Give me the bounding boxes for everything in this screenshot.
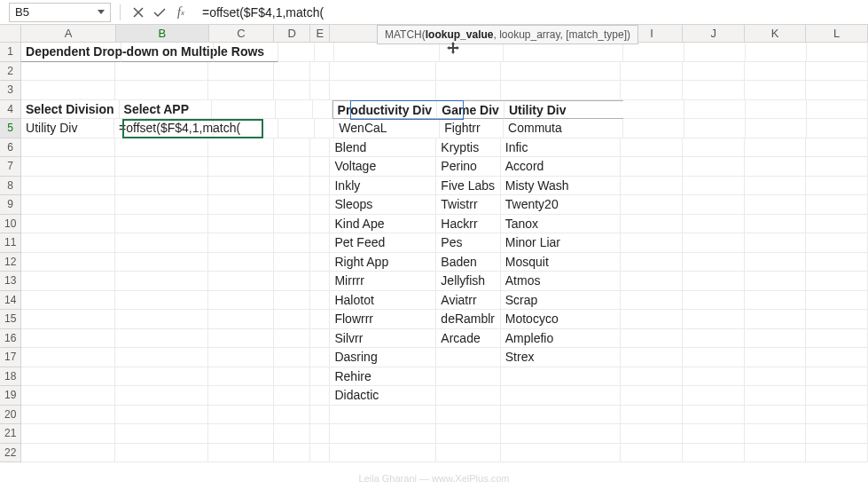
cell[interactable] — [274, 386, 311, 406]
cell[interactable] — [208, 424, 273, 444]
cell[interactable] — [684, 119, 746, 138]
col-header-D[interactable]: D — [274, 25, 310, 42]
cell[interactable] — [115, 348, 208, 367]
cancel-button[interactable] — [128, 3, 149, 22]
cell[interactable] — [683, 329, 745, 349]
cell[interactable]: Select APP — [120, 100, 212, 120]
cell[interactable] — [683, 215, 745, 234]
cell[interactable] — [621, 406, 683, 425]
cell[interactable] — [208, 386, 273, 406]
cell[interactable] — [745, 272, 807, 291]
cell[interactable] — [274, 62, 311, 82]
cell[interactable] — [806, 329, 868, 349]
row-header-5[interactable]: 5 — [0, 119, 21, 138]
cell[interactable] — [746, 100, 807, 120]
cell[interactable] — [746, 119, 807, 138]
cell[interactable] — [745, 81, 807, 100]
cell[interactable] — [621, 444, 683, 463]
cell[interactable]: Arcade — [436, 329, 500, 349]
row-header-12[interactable]: 12 — [0, 253, 21, 272]
cell[interactable] — [745, 310, 807, 329]
cell[interactable] — [621, 177, 683, 196]
cell[interactable] — [21, 233, 115, 253]
cell[interactable] — [683, 157, 745, 177]
cell[interactable] — [274, 444, 311, 463]
cell[interactable] — [807, 100, 868, 120]
cell[interactable] — [276, 100, 312, 120]
cell[interactable] — [621, 272, 683, 291]
cell[interactable] — [621, 424, 683, 444]
cell[interactable]: Rehire — [330, 367, 436, 387]
cell[interactable] — [501, 81, 622, 100]
cell[interactable]: Commuta — [504, 119, 623, 138]
cell[interactable]: Mosquit — [501, 253, 622, 272]
cell[interactable] — [208, 195, 273, 215]
cell[interactable] — [683, 310, 745, 329]
cell[interactable] — [806, 348, 868, 367]
cell[interactable] — [806, 233, 868, 253]
row-header-20[interactable]: 20 — [0, 406, 21, 425]
cell[interactable] — [115, 406, 208, 425]
cell[interactable] — [21, 310, 115, 329]
cell[interactable]: Hackrr — [436, 215, 500, 234]
cell[interactable] — [806, 406, 868, 425]
cell[interactable] — [115, 329, 208, 349]
cell[interactable] — [214, 119, 278, 138]
cell[interactable] — [684, 100, 746, 120]
active-cell-editing[interactable]: =offset($F$4,1,match( — [114, 119, 214, 138]
cell[interactable] — [683, 253, 745, 272]
cell[interactable] — [745, 195, 807, 215]
cell[interactable] — [310, 310, 330, 329]
cell[interactable]: Utility Div — [21, 119, 114, 138]
cell[interactable] — [806, 253, 868, 272]
cell[interactable] — [683, 291, 745, 311]
cell[interactable] — [274, 291, 311, 311]
cell[interactable]: Twenty20 — [501, 195, 622, 215]
col-header-J[interactable]: J — [683, 25, 745, 42]
cell[interactable] — [208, 81, 273, 100]
cell[interactable] — [683, 138, 745, 158]
cell[interactable] — [501, 386, 622, 406]
cell[interactable] — [274, 195, 311, 215]
cell[interactable] — [621, 138, 683, 158]
cell[interactable] — [274, 348, 311, 367]
cell[interactable] — [21, 81, 115, 100]
cell[interactable] — [745, 348, 807, 367]
cell[interactable]: Blend — [330, 138, 436, 158]
cell[interactable] — [21, 177, 115, 196]
row-header-16[interactable]: 16 — [0, 329, 21, 349]
cell[interactable] — [208, 272, 273, 291]
cell[interactable] — [21, 272, 115, 291]
cell[interactable] — [208, 138, 273, 158]
cell[interactable] — [21, 348, 115, 367]
cell[interactable]: Sleops — [330, 195, 436, 215]
cell[interactable] — [745, 157, 807, 177]
cell[interactable] — [115, 386, 208, 406]
cell[interactable] — [436, 424, 500, 444]
cell[interactable] — [807, 119, 868, 138]
cell[interactable]: Silvrr — [330, 329, 436, 349]
col-header-C[interactable]: C — [209, 25, 274, 42]
cell[interactable] — [21, 62, 115, 82]
row-header-15[interactable]: 15 — [0, 310, 21, 329]
cell[interactable] — [501, 424, 622, 444]
cell[interactable] — [115, 195, 208, 215]
cell[interactable] — [501, 367, 622, 387]
cell[interactable] — [208, 348, 273, 367]
cell[interactable]: Kind Ape — [330, 215, 436, 234]
cell[interactable]: Five Labs — [436, 177, 500, 196]
cell[interactable] — [806, 272, 868, 291]
cell[interactable] — [623, 100, 684, 120]
cell[interactable] — [683, 348, 745, 367]
cell[interactable] — [310, 138, 330, 158]
cell[interactable] — [274, 253, 311, 272]
cell[interactable] — [806, 195, 868, 215]
cell[interactable] — [274, 157, 311, 177]
cell[interactable]: Scrap — [501, 291, 622, 311]
name-box-dropdown-icon[interactable] — [95, 6, 107, 19]
cell[interactable] — [807, 43, 868, 62]
cell[interactable] — [621, 215, 683, 234]
cell[interactable] — [115, 272, 208, 291]
row-header-9[interactable]: 9 — [0, 195, 21, 215]
cell[interactable] — [745, 138, 807, 158]
